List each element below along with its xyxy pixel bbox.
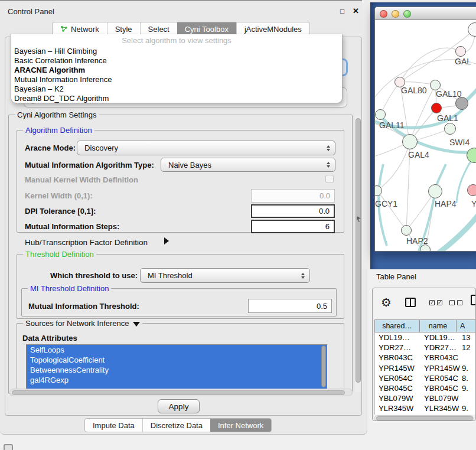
node-label-gal4: GAL4 xyxy=(408,150,429,159)
table-cell: YDR27… xyxy=(424,343,457,352)
table-row[interactable]: YIL053CYIL053C9 xyxy=(375,414,476,415)
network-node-swi4[interactable] xyxy=(444,123,456,135)
zoom-traffic-light[interactable] xyxy=(403,10,411,18)
stepper-arrows-icon xyxy=(327,162,330,168)
algorithm-item-dream8-dc-tdc-algorithm[interactable]: Dream8 DC_TDC Algorithm xyxy=(11,94,342,103)
mi-type-select[interactable]: Naive Bayes xyxy=(161,158,335,172)
table-row[interactable]: YBL079WYBL079W xyxy=(375,393,476,403)
hide-panel-button[interactable] xyxy=(4,444,13,450)
tab-cyni-toolbox[interactable]: Cyni Toolbox xyxy=(177,22,236,35)
algorithm-popup-prompt: Select algorithm to view settings xyxy=(11,34,342,47)
tab-discretize-data[interactable]: Discretize Data xyxy=(142,419,210,432)
algorithm-item-bayesian-hill-climbing[interactable]: Bayesian – Hill Climbing xyxy=(11,47,342,56)
network-node[interactable] xyxy=(455,97,468,110)
tab-style[interactable]: Style xyxy=(107,22,140,35)
network-node-y[interactable] xyxy=(467,184,476,196)
attribute-item-betweennesscentrality[interactable]: BetweennessCentrality xyxy=(27,365,327,375)
node-label-gal11: GAL11 xyxy=(379,120,405,130)
table-horizontal-scrollbar[interactable] xyxy=(374,415,474,421)
table-row[interactable]: YER054CYER054C8. xyxy=(375,373,476,383)
network-node-hap2[interactable] xyxy=(401,225,412,236)
node-label-gal: GAL xyxy=(455,57,471,66)
task-tabs: Impute DataDiscretize DataInfer Network xyxy=(84,418,272,432)
tab-network[interactable]: Network xyxy=(53,22,107,35)
network-node-gal1[interactable] xyxy=(431,103,442,113)
attribute-item-selfloops[interactable]: SelfLoops xyxy=(27,345,327,355)
attribute-item-gal4rgexp[interactable]: gal4RGexp xyxy=(27,375,327,385)
network-view-window[interactable]: GALGAL80GAL10GAL1GAL11SWI4GAL4GCY1HAP4YH… xyxy=(374,6,476,252)
settings-horizontal-scrollbar[interactable] xyxy=(9,389,353,396)
aracne-mode-select[interactable]: Discovery xyxy=(77,141,335,155)
tab-jactivemnodules[interactable]: jActiveMNodules xyxy=(236,22,309,35)
minimize-traffic-light[interactable] xyxy=(392,10,399,18)
apply-button[interactable]: Apply xyxy=(158,399,200,413)
table-row[interactable]: YBR043CYBR043C xyxy=(375,353,476,363)
which-threshold-select[interactable]: MI Threshold xyxy=(140,268,310,283)
table-cell: YDR27… xyxy=(379,343,411,352)
manual-kernel-checkbox[interactable] xyxy=(325,175,334,183)
network-node-hap4[interactable] xyxy=(428,184,442,198)
node-label-gal1: GAL1 xyxy=(437,113,458,123)
select-all-checks-icon[interactable]: ✓✓ xyxy=(429,300,442,305)
kernel-width-field[interactable]: 0.0 xyxy=(251,189,335,203)
table-cell: 8. xyxy=(462,374,468,383)
hub-definition-label[interactable]: Hub/Transcription Factor Definition xyxy=(25,238,148,247)
algorithm-item-mutual-information-inference[interactable]: Mutual Information Inference xyxy=(11,75,342,84)
mi-threshold-field[interactable]: 0.5 xyxy=(248,299,332,313)
stepper-arrows-icon xyxy=(301,273,305,279)
document-icon[interactable] xyxy=(471,295,476,305)
mi-threshold-legend: MI Threshold Definition xyxy=(28,284,111,293)
kernel-width-label: Kernel Width (0,1): xyxy=(25,191,93,200)
network-node[interactable] xyxy=(420,244,431,252)
table-cell: 13 xyxy=(462,333,470,342)
close-icon[interactable]: ✕ xyxy=(353,6,359,15)
network-node[interactable] xyxy=(467,148,476,163)
node-label-gal10: GAL10 xyxy=(436,89,462,99)
column-header-name[interactable]: name xyxy=(420,319,457,332)
attribute-item-topologicalcoefficient[interactable]: TopologicalCoefficient xyxy=(27,355,327,365)
node-label-swi4: SWI4 xyxy=(449,138,470,147)
network-node-gcy1[interactable] xyxy=(374,185,382,196)
tab-impute-data[interactable]: Impute Data xyxy=(85,419,142,432)
column-header-shared[interactable]: shared… xyxy=(374,319,420,332)
table-header-row: shared…nameA xyxy=(374,319,476,332)
aracne-mode-label: Aracne Mode: xyxy=(25,144,76,152)
attributes-list-scrollbar[interactable] xyxy=(321,345,326,387)
settings-vertical-scrollbar[interactable] xyxy=(354,116,361,392)
table-cell: YER054C xyxy=(379,374,413,383)
hub-expand-arrow-icon[interactable] xyxy=(164,237,169,244)
dpi-tolerance-field[interactable]: 0.0 xyxy=(251,204,335,218)
algorithm-item-basic-correlation-inference[interactable]: Basic Correlation Inference xyxy=(11,56,342,66)
float-window-icon[interactable]: □ xyxy=(340,7,344,15)
panel-gutter xyxy=(362,0,370,269)
table-row[interactable]: YPR145WYPR145W9. xyxy=(375,363,476,373)
table-cell: YPR145W xyxy=(424,364,460,373)
gear-icon[interactable]: ⚙ xyxy=(381,295,392,309)
sources-collapse-arrow-icon[interactable] xyxy=(133,322,140,327)
deselect-all-checks-icon[interactable] xyxy=(449,300,462,305)
table-row[interactable]: YDL19…YDL19…13 xyxy=(375,332,476,343)
data-attributes-list[interactable]: SelfLoopsTopologicalCoefficientBetweenne… xyxy=(26,344,327,390)
tab-select[interactable]: Select xyxy=(140,22,177,35)
network-node-gal4[interactable] xyxy=(402,134,418,149)
sources-legend[interactable]: Sources for Network Inference xyxy=(23,319,142,328)
mi-steps-field[interactable]: 6 xyxy=(251,220,335,233)
network-node-gal11[interactable] xyxy=(375,109,386,120)
dpi-tolerance-label: DPI Tolerance [0,1]: xyxy=(25,207,96,216)
table-row[interactable]: YDR27…YDR27…12 xyxy=(375,343,476,353)
table-row[interactable]: YBR045CYBR045C9. xyxy=(375,383,476,393)
table-row[interactable]: YLR345WYLR345W9. xyxy=(375,403,476,413)
table-panel-title: Table Panel xyxy=(376,272,416,281)
tab-infer-network[interactable]: Infer Network xyxy=(210,419,271,432)
column-header-a[interactable]: A xyxy=(457,319,476,332)
close-traffic-light[interactable] xyxy=(380,10,387,18)
network-node[interactable] xyxy=(468,22,476,37)
table-rows: YDL19…YDL19…13YDR27…YDR27…12YBR043CYBR04… xyxy=(374,332,476,415)
algorithm-item-bayesian-k2[interactable]: Bayesian – K2 xyxy=(11,84,342,94)
algorithm-item-aracne-algorithm[interactable]: ARACNE Algorithm xyxy=(11,66,342,75)
network-window-titlebar[interactable] xyxy=(375,7,476,20)
node-label-hap4: HAP4 xyxy=(435,199,457,208)
network-node-gal[interactable] xyxy=(455,46,466,57)
columns-icon[interactable] xyxy=(405,298,416,307)
threshold-definition-legend: Threshold Definition xyxy=(23,250,96,259)
